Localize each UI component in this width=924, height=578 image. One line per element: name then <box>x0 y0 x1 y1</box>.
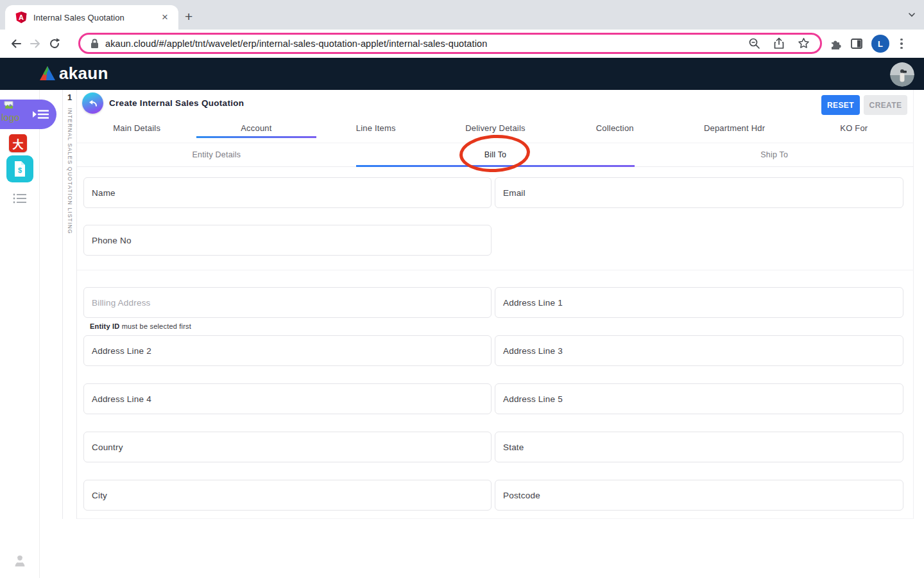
toolbar-right-icons: L <box>829 30 905 58</box>
sidebar-logo-pill[interactable]: logo <box>0 100 56 129</box>
section-divider <box>77 270 914 270</box>
url-text: akaun.cloud/#/applet/tnt/wavelet/erp/int… <box>105 39 735 49</box>
tab-main-details[interactable]: Main Details <box>77 118 196 137</box>
subtab-entity-details[interactable]: Entity Details <box>77 143 356 166</box>
address-line-1-field[interactable]: Address Line 1 <box>495 287 903 318</box>
entity-id-helper-text: Entity ID must be selected first <box>90 322 191 330</box>
sidebar-user-icon[interactable] <box>13 554 26 567</box>
browser-profile-avatar[interactable]: L <box>871 35 889 53</box>
logo-alt-text: logo <box>1 112 19 123</box>
phone-no-field[interactable]: Phone No <box>83 225 492 256</box>
main-content: Create Internal Sales Quotation RESET CR… <box>77 90 914 519</box>
listing-label-vertical: INTERNAL SALES QUOTATION LISTING <box>67 108 73 234</box>
address-line-4-field[interactable]: Address Line 4 <box>83 383 492 414</box>
subtab-ship-to[interactable]: Ship To <box>635 143 914 166</box>
tabstrip-chevron-down-icon[interactable] <box>907 10 916 19</box>
tab-close-icon[interactable]: × <box>159 11 171 24</box>
tab-title: Internal Sales Quotation <box>33 13 159 22</box>
dollar-glyph: $ <box>18 166 22 174</box>
address-line-5-field[interactable]: Address Line 5 <box>495 383 903 414</box>
broken-image-icon <box>4 101 13 110</box>
tab-collection[interactable]: Collection <box>555 118 674 137</box>
postcode-field[interactable]: Postcode <box>495 480 903 511</box>
extensions-puzzle-icon[interactable] <box>829 37 842 50</box>
address-line-2-field[interactable]: Address Line 2 <box>83 335 492 366</box>
name-field[interactable]: Name <box>83 177 492 208</box>
create-button[interactable]: CREATE <box>864 95 907 115</box>
zoom-out-icon[interactable] <box>748 37 760 49</box>
app-sidebar: 大 $ <box>0 90 40 578</box>
browser-refresh-button[interactable] <box>45 34 64 53</box>
new-tab-button[interactable]: + <box>185 10 193 23</box>
browser-forward-button[interactable] <box>26 34 45 53</box>
menu-unfold-icon[interactable] <box>32 107 49 121</box>
country-field[interactable]: Country <box>83 432 492 462</box>
page-back-button[interactable] <box>82 92 103 114</box>
page-title: Create Internal Sales Quotation <box>109 98 244 108</box>
url-bar[interactable]: akaun.cloud/#/applet/tnt/wavelet/erp/int… <box>78 33 822 54</box>
helper-rest: must be selected first <box>119 322 191 330</box>
helper-bold: Entity ID <box>90 322 119 330</box>
sidebar-list-icon[interactable] <box>13 193 27 204</box>
bookmark-star-icon[interactable] <box>798 37 810 49</box>
address-line-3-field[interactable]: Address Line 3 <box>495 335 903 366</box>
app-header: akaun <box>0 58 924 90</box>
app-icon-glyph: 大 <box>13 136 24 152</box>
side-panel-icon[interactable] <box>850 37 863 50</box>
angular-favicon-icon: A <box>15 12 27 23</box>
sidebar-app-icon-red[interactable]: 大 <box>9 134 27 152</box>
bill-to-annotation-ellipse <box>459 133 531 174</box>
tab-account[interactable]: Account <box>196 118 316 137</box>
listing-strip: 1 INTERNAL SALES QUOTATION LISTING <box>62 90 77 519</box>
state-field[interactable]: State <box>495 432 903 462</box>
akaun-logo-icon <box>39 66 56 82</box>
sidebar-sales-quotation-icon[interactable]: $ <box>6 155 33 182</box>
tab-line-items[interactable]: Line Items <box>316 118 436 137</box>
share-icon[interactable] <box>773 37 785 49</box>
svg-text:A: A <box>19 13 24 21</box>
city-field[interactable]: City <box>83 480 492 511</box>
lock-icon <box>90 39 99 49</box>
billing-address-field[interactable]: Billing Address <box>83 287 492 318</box>
reset-button[interactable]: RESET <box>821 95 860 115</box>
browser-tab[interactable]: A Internal Sales Quotation × <box>5 5 178 30</box>
browser-tab-strip: A Internal Sales Quotation × + <box>0 0 924 30</box>
listing-index: 1 <box>63 92 76 102</box>
tab-ko-for[interactable]: KO For <box>794 118 914 137</box>
email-field[interactable]: Email <box>495 177 903 208</box>
browser-menu-kebab-icon[interactable] <box>898 36 905 52</box>
user-avatar[interactable] <box>890 62 914 87</box>
brand-name: akaun <box>59 64 108 83</box>
tab-department-hdr[interactable]: Department Hdr <box>674 118 794 137</box>
browser-back-button[interactable] <box>6 34 26 53</box>
